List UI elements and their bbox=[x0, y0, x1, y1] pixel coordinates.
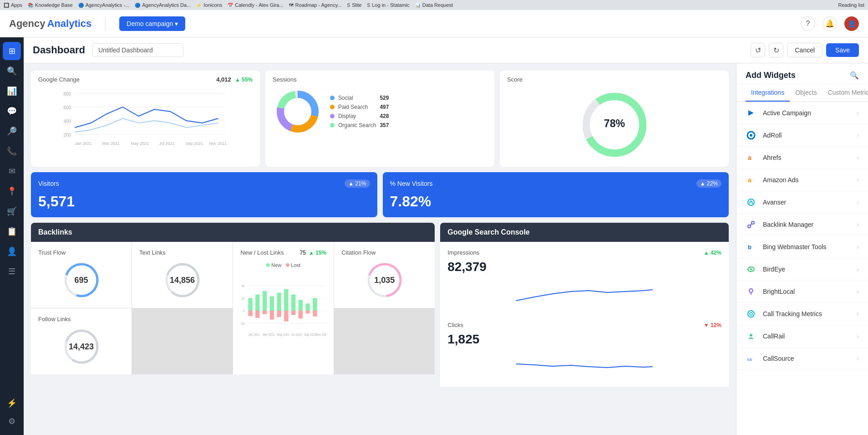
sidebar-item-calls[interactable]: 📞 bbox=[3, 142, 21, 160]
svg-text:200: 200 bbox=[64, 133, 71, 138]
dashboard-name-input[interactable] bbox=[92, 43, 183, 57]
sidebar-item-settings[interactable]: ⚙ bbox=[3, 412, 21, 430]
browser-tab-aa1[interactable]: 🔵 AgencyAnalytics -... bbox=[78, 2, 130, 8]
svg-rect-45 bbox=[255, 311, 259, 318]
browser-tab-knowledge[interactable]: 📚 Knowledge Base bbox=[28, 2, 73, 8]
follow-links-value: 14,423 bbox=[61, 326, 102, 367]
sidebar-item-messages[interactable]: 💬 bbox=[3, 102, 21, 120]
new-visitors-value: 7.82% bbox=[390, 193, 722, 210]
follow-links-circle: 14,423 bbox=[61, 326, 102, 367]
browser-tab-calendly[interactable]: 📅 Calendly - Alex Gira... bbox=[228, 2, 283, 8]
gsc-impressions-badge: ▲ 42% bbox=[704, 250, 721, 256]
integration-brightlocal[interactable]: BrightLocal › bbox=[736, 281, 868, 303]
legend-social-label: Social bbox=[338, 95, 353, 101]
user-avatar[interactable]: 👤 bbox=[844, 16, 859, 31]
integration-callsource[interactable]: cs CallSource › bbox=[736, 348, 868, 370]
sidebar-item-local[interactable]: 📍 bbox=[3, 182, 21, 200]
amazon-icon: a bbox=[746, 174, 756, 185]
sidebar-item-boards[interactable]: 📋 bbox=[3, 222, 21, 241]
new-lost-value: 75 bbox=[300, 250, 306, 256]
google-change-chart: 800 600 400 200 bbox=[38, 87, 253, 150]
svg-text:Sep 2021: Sep 2021 bbox=[186, 141, 203, 146]
citation-flow-card: Citation Flow 1,035 bbox=[334, 242, 435, 308]
svg-text:800: 800 bbox=[64, 92, 71, 97]
widgets-title: Add Widgets bbox=[746, 71, 796, 80]
visitors-card: Visitors ▲ 21% 5,571 bbox=[31, 172, 377, 217]
tab-objects[interactable]: Objects bbox=[790, 84, 822, 102]
cancel-button[interactable]: Cancel bbox=[787, 43, 822, 57]
logo: AgencyAnalytics bbox=[9, 18, 91, 30]
text-links-circle: 14,856 bbox=[162, 260, 203, 301]
svg-point-71 bbox=[751, 221, 754, 224]
svg-rect-53 bbox=[313, 311, 317, 317]
backlinks-header: Backlinks bbox=[31, 223, 435, 242]
gsc-impressions-label: Impressions bbox=[447, 249, 479, 256]
ahrefs-name: Ahrefs bbox=[763, 154, 850, 161]
tab-custom-metrics[interactable]: Custom Metrics bbox=[822, 84, 868, 102]
browser-tab-datarequest[interactable]: 📊 Data Request bbox=[415, 2, 453, 8]
redo-button[interactable]: ↻ bbox=[769, 43, 783, 57]
undo-button[interactable]: ↺ bbox=[751, 43, 765, 57]
integration-bing[interactable]: b Bing Webmaster Tools › bbox=[736, 236, 868, 258]
svg-text:-10: -10 bbox=[240, 322, 245, 325]
birdeye-chevron: › bbox=[857, 266, 859, 273]
sidebar-item-menu[interactable]: ☰ bbox=[3, 262, 21, 281]
gsc-impressions-card: Impressions ▲ 42% 82,379 bbox=[440, 242, 729, 314]
sidebar-item-flash[interactable]: ⚡ bbox=[3, 394, 21, 412]
tab-integrations[interactable]: Integrations bbox=[746, 84, 790, 102]
svg-rect-50 bbox=[291, 311, 295, 315]
browser-tab-apps[interactable]: 🔲 Apps bbox=[4, 2, 22, 8]
svg-text:Nov 2021: Nov 2021 bbox=[316, 333, 327, 336]
reading-list-btn[interactable]: Reading list bbox=[838, 2, 864, 8]
svg-point-79 bbox=[750, 334, 752, 336]
svg-text:10: 10 bbox=[242, 297, 245, 300]
svg-rect-34 bbox=[248, 298, 252, 311]
brightlocal-name: BrightLocal bbox=[763, 288, 850, 295]
browser-tab-slite[interactable]: S Slite bbox=[347, 2, 362, 8]
citation-flow-value: 1,035 bbox=[364, 260, 405, 301]
browser-tab-ionicons[interactable]: ⚡ Ionicons bbox=[196, 2, 222, 8]
integration-amazon[interactable]: a Amazon Ads › bbox=[736, 169, 868, 191]
integration-call-tracking-metrics[interactable]: Call Tracking Metrics › bbox=[736, 303, 868, 325]
notifications-button[interactable]: 🔔 bbox=[822, 16, 837, 31]
integration-callrail[interactable]: CallRail › bbox=[736, 325, 868, 348]
svg-rect-52 bbox=[305, 311, 310, 313]
widgets-search-icon[interactable]: 🔍 bbox=[850, 71, 859, 80]
sidebar-item-analytics[interactable]: 🔎 bbox=[3, 122, 21, 140]
ahrefs-chevron: › bbox=[857, 154, 859, 161]
integration-ahrefs[interactable]: a Ahrefs › bbox=[736, 147, 868, 169]
lost-legend: Lost bbox=[286, 262, 300, 268]
integration-backlink-manager[interactable]: Backlink Manager › bbox=[736, 214, 868, 236]
visitors-value: 5,571 bbox=[38, 193, 370, 210]
svg-text:a: a bbox=[748, 154, 751, 161]
sidebar-item-commerce[interactable]: 🛒 bbox=[3, 202, 21, 220]
svg-text:Jul 2021: Jul 2021 bbox=[159, 141, 175, 146]
browser-tab-aa2[interactable]: 🔵 AgencyAnalytics Da... bbox=[135, 2, 191, 8]
integration-birdeye[interactable]: BirdEye › bbox=[736, 258, 868, 281]
help-button[interactable]: ? bbox=[801, 16, 815, 31]
integration-avanser[interactable]: Avanser › bbox=[736, 191, 868, 214]
svg-text:Mar 2021: Mar 2021 bbox=[102, 141, 120, 146]
svg-rect-37 bbox=[270, 296, 274, 311]
demo-campaign-button[interactable]: Demo campaign ▾ bbox=[119, 16, 185, 31]
sidebar-item-reports[interactable]: 📊 bbox=[3, 82, 21, 100]
sidebar-item-search[interactable]: 🔍 bbox=[3, 62, 21, 80]
svg-text:78%: 78% bbox=[604, 118, 624, 129]
svg-text:400: 400 bbox=[64, 119, 71, 124]
gsc-clicks-label: Clicks bbox=[447, 322, 463, 328]
svg-rect-51 bbox=[299, 311, 303, 318]
integration-adroll[interactable]: AdRoll › bbox=[736, 124, 868, 147]
visitors-label: Visitors bbox=[38, 180, 59, 187]
sidebar-item-email[interactable]: ✉ bbox=[3, 162, 21, 180]
integration-active-campaign[interactable]: Active Campaign › bbox=[736, 102, 868, 124]
callrail-name: CallRail bbox=[763, 333, 850, 340]
sidebar-item-users[interactable]: 👤 bbox=[3, 242, 21, 261]
svg-text:Jul 2021: Jul 2021 bbox=[291, 333, 302, 336]
call-tracking-metrics-icon bbox=[746, 308, 756, 319]
trust-flow-card: Trust Flow 695 bbox=[31, 242, 132, 308]
top-nav-right: ? 🔔 👤 bbox=[801, 16, 859, 31]
browser-tab-statamic[interactable]: S Log in - Statamic bbox=[367, 2, 410, 8]
browser-tab-roadmap[interactable]: 🗺 Roadmap - Agency... bbox=[289, 2, 342, 8]
save-button[interactable]: Save bbox=[826, 43, 859, 57]
sidebar-item-dashboard[interactable]: ⊞ bbox=[3, 42, 21, 60]
